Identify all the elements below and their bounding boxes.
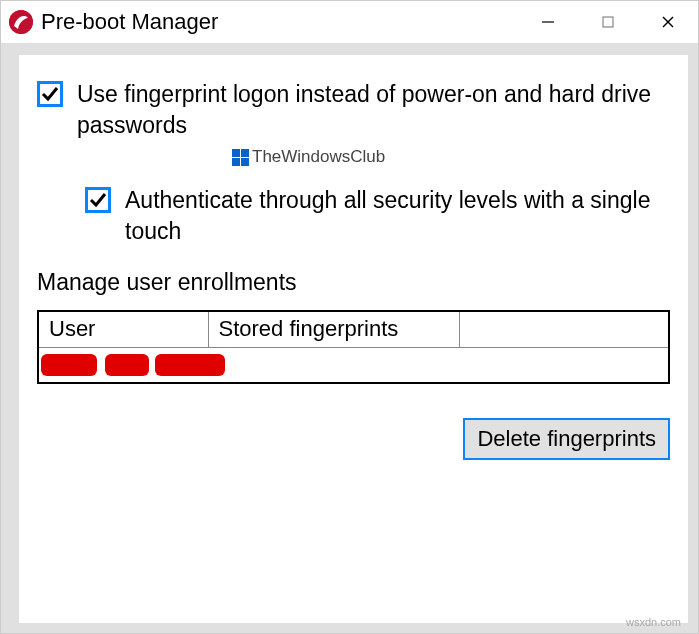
- svg-rect-5: [232, 149, 240, 157]
- actions-bar: Delete fingerprints: [37, 418, 670, 460]
- option-use-fingerprint: Use fingerprint logon instead of power-o…: [37, 79, 670, 141]
- svg-rect-7: [232, 158, 240, 166]
- minimize-button[interactable]: [518, 1, 578, 43]
- maximize-button[interactable]: [578, 1, 638, 43]
- col-spacer: [459, 311, 669, 347]
- table-row[interactable]: [38, 347, 669, 383]
- redaction-mark: [41, 354, 97, 376]
- source-brand: wsxdn.com: [626, 616, 681, 628]
- delete-fingerprints-button[interactable]: Delete fingerprints: [463, 418, 670, 460]
- label-authenticate-all: Authenticate through all security levels…: [125, 185, 670, 247]
- svg-rect-6: [241, 149, 249, 157]
- checkbox-use-fingerprint[interactable]: [37, 81, 63, 107]
- svg-rect-8: [241, 158, 249, 166]
- close-button[interactable]: [638, 1, 698, 43]
- label-use-fingerprint: Use fingerprint logon instead of power-o…: [77, 79, 670, 141]
- content-panel: Use fingerprint logon instead of power-o…: [19, 55, 688, 623]
- enrollments-heading: Manage user enrollments: [37, 269, 670, 296]
- window-title: Pre-boot Manager: [41, 9, 518, 35]
- svg-rect-2: [603, 17, 613, 27]
- table-header-row: User Stored fingerprints: [38, 311, 669, 347]
- redaction-mark: [105, 354, 149, 376]
- cell-user-redacted: [38, 347, 669, 383]
- watermark: TheWindowsClub: [232, 147, 670, 167]
- window-controls: [518, 1, 698, 43]
- option-authenticate-all: Authenticate through all security levels…: [85, 185, 670, 247]
- enrollments-table: User Stored fingerprints: [37, 310, 670, 384]
- col-user[interactable]: User: [38, 311, 208, 347]
- col-stored[interactable]: Stored fingerprints: [208, 311, 459, 347]
- checkbox-authenticate-all[interactable]: [85, 187, 111, 213]
- windows-icon: [232, 149, 249, 166]
- watermark-text: TheWindowsClub: [252, 147, 385, 167]
- titlebar: Pre-boot Manager: [1, 1, 698, 43]
- app-icon: [9, 10, 33, 34]
- content-area: Use fingerprint logon instead of power-o…: [1, 43, 698, 633]
- window-frame: Pre-boot Manager Use fingerprint logon i…: [0, 0, 699, 634]
- redaction-mark: [155, 354, 225, 376]
